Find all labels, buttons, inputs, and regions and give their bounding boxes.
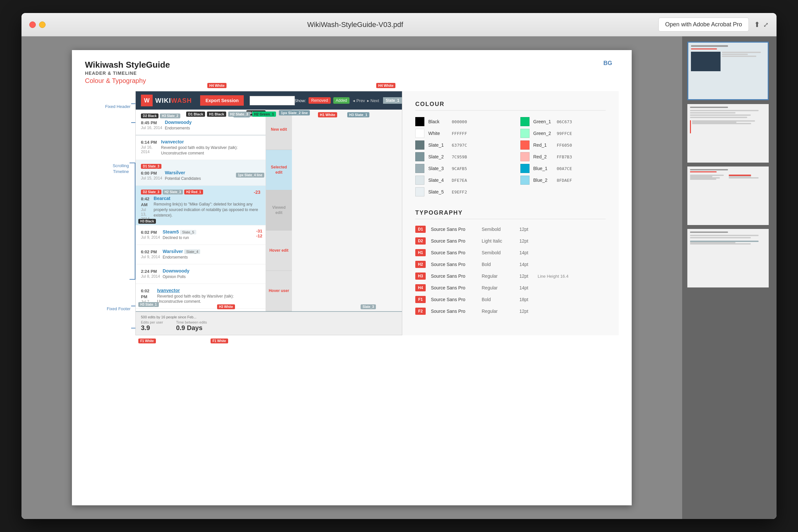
thumb-line — [691, 45, 728, 47]
thumb-line — [690, 107, 728, 108]
selected-edit-item: Selected edit — [266, 150, 292, 190]
item-details: Ivanvector Reverted good faith edits by … — [157, 288, 260, 305]
item-content: 8:42 AM Jul 13, 2014 Bearcat Removing li… — [141, 196, 260, 221]
item-time: 2:24 PM Jul 8, 2014 — [141, 268, 160, 280]
thumb-row — [690, 120, 766, 133]
slate3-footer-tag: Slate_3 — [361, 303, 376, 309]
export-session-button[interactable]: Export Session — [200, 95, 244, 106]
colour-grid: Black 000000 Green_1 06C673 — [415, 117, 606, 196]
typo-badge-h1: H1 — [415, 249, 426, 256]
url-input[interactable]: en.wikipedia.org/wiki/Toronto_mayoral_el… — [250, 96, 295, 106]
item-time: 6:02 PM Jul 9, 2014 — [141, 229, 160, 241]
colour-swatch-slate5 — [415, 187, 424, 196]
h4-white-tag-2: H4 White — [376, 83, 395, 88]
colour-swatch-red1 — [520, 140, 529, 150]
open-with-button[interactable]: Open with Adobe Acrobat Pro — [658, 18, 749, 32]
item-time: 6:14 PM Jul 16, 2014 — [141, 139, 159, 156]
thumb-block — [691, 52, 721, 71]
list-item[interactable]: 2:24 PM Jul 8, 2014 Downwoody Opinion Po… — [136, 264, 266, 284]
item-time: 8:42 AM Jul 13, 2014 — [141, 196, 151, 221]
typo-badge-h3: H3 — [415, 272, 426, 280]
colour-item-green2: Green_2 99FFCE — [520, 129, 606, 138]
titlebar: WikiWash-StyleGuide-V03.pdf Open with Ad… — [21, 13, 777, 36]
f1-white-tag-1: F1 White — [138, 338, 156, 343]
close-button[interactable] — [29, 21, 36, 28]
colour-item-blue1: Blue_1 00A7CE — [520, 164, 606, 173]
sub-header-tags: D1 Black H1 Black H2 Slate_3 H2 Green_1 — [186, 112, 276, 117]
item-details: Warsilver Potential Candidates — [165, 170, 201, 182]
thumb-block-left — [690, 241, 766, 245]
page-section-title: Colour & Typography — [85, 77, 619, 84]
thumb-line — [690, 169, 728, 170]
thumb-line — [690, 231, 728, 233]
thumb-content-3 — [687, 167, 769, 225]
left-annotations: Fixed Header ScrollingTimeline Fixed Foo… — [85, 91, 135, 335]
item-content: 2:24 PM Jul 8, 2014 Downwoody Opinion Po… — [141, 268, 260, 280]
item-badges: D2 Slate_3 H2 Slate_3 H2 Red_1 — [141, 190, 260, 194]
ww-logo: W WIKIWASH — [136, 95, 197, 106]
ww-show-area: Show: Removed Added — [294, 97, 353, 104]
scrolling-timeline-annotation: ScrollingTimeline — [87, 163, 129, 174]
share-button[interactable]: ⬆ — [754, 20, 760, 29]
colour-item-red1: Red_1 FF6050 — [520, 140, 606, 150]
item-time: 6:02 PM Jul 9, 2014 — [141, 249, 160, 260]
item-content: 6:14 PM Jul 16, 2014 Ivanvector Reverted… — [141, 139, 260, 156]
h3-black-tag: H3 Black — [138, 218, 156, 224]
main-content: Wikiwash StyleGuide HEADER & TIMELINE Co… — [21, 36, 777, 519]
typography-heading: TYPOGRAPHY — [415, 209, 606, 219]
ww-header: W WIKIWASH Export Session Slate_3 Slate_… — [136, 91, 402, 110]
thumb-lines — [692, 120, 766, 133]
list-item[interactable]: D2 Slate_3 H2 Slate_3 H2 Red_1 8:42 AM J… — [136, 186, 266, 225]
item-details: Downwoody Opinion Polls — [163, 268, 189, 280]
thumb-line — [692, 123, 751, 124]
url-wrapper: en.wikipedia.org/wiki/Toronto_mayoral_el… — [247, 96, 292, 106]
colour-item-slate5: Slate_5 E9EFF2 — [415, 187, 501, 196]
list-item[interactable]: 6:14 PM Jul 16, 2014 Ivanvector Reverted… — [136, 135, 266, 160]
h3-white-tag-footer: H3 White — [217, 303, 235, 309]
fullscreen-button[interactable]: ⤢ — [763, 21, 769, 28]
colour-swatch-slate4 — [415, 176, 424, 185]
typo-badge-h2: H2 — [415, 261, 426, 268]
pdf-viewer[interactable]: Wikiwash StyleGuide HEADER & TIMELINE Co… — [21, 36, 682, 519]
time-between-edits-stat: Time between edits 0.9 Days — [176, 320, 207, 332]
thumb-line — [690, 237, 751, 239]
typo-row-d2: D2 Source Sans Pro Light Italic 12pt — [415, 238, 606, 245]
thumb-line — [690, 235, 759, 236]
page-title: Wikiwash StyleGuide — [85, 60, 619, 70]
ww-logo-text: WIKIWASH — [155, 97, 192, 104]
thumbnail-3[interactable] — [687, 167, 769, 225]
colour-swatch-slate3 — [415, 164, 424, 173]
h3-slate1-ann: H3 Slate_1 — [138, 301, 159, 307]
thumb-line — [690, 117, 747, 118]
right-content: COLOUR Black 000000 Gree — [402, 91, 619, 335]
ww-timeline: D2 Black H3 Slate_2 8:45 PM Jul 16, 2014 — [136, 110, 402, 311]
list-item[interactable]: 6:02 PM Jul 9, 2014 Warsilver Slate_4 En… — [136, 245, 266, 264]
1px-slate4-tag: 1px Slate_4 line — [236, 172, 264, 177]
viewed-edit-item: Viewed edit — [266, 190, 292, 231]
thumb-col-right — [729, 175, 766, 180]
minimize-button[interactable] — [39, 21, 46, 28]
list-item[interactable]: D1 Slate_3 1px Slate_4 line 6:00 PM — [136, 160, 266, 186]
typo-badge-d2: D2 — [415, 238, 426, 245]
slate1-badge: Slate_1 — [383, 97, 402, 104]
thumb-row — [690, 175, 766, 180]
timeline-list[interactable]: D2 Black H3 Slate_2 8:45 PM Jul 16, 2014 — [136, 110, 266, 311]
list-item[interactable]: 6:02 PM Jul 7 Ivanvector Reverted good f… — [136, 284, 266, 309]
thumbnail-1[interactable] — [687, 42, 769, 100]
thumb-line — [690, 243, 751, 245]
thumbnail-2[interactable] — [687, 104, 769, 163]
prev-button[interactable]: ◂ Prev — [353, 98, 365, 103]
thumbnail-4[interactable] — [687, 229, 769, 287]
colour-swatch-red2 — [520, 152, 529, 161]
thumb-content-4 — [687, 229, 769, 287]
colour-item-slate4: Slate_4 DFE7EA — [415, 176, 501, 185]
colour-heading: COLOUR — [415, 101, 606, 111]
thumbnail-sidebar[interactable] — [682, 36, 777, 519]
colour-item-white: White FFFFFF — [415, 129, 501, 138]
next-button[interactable]: ▸ Next — [367, 98, 379, 103]
colour-item-red2: Red_2 FFB7B3 — [520, 152, 606, 161]
item-badges: D1 Slate_3 — [141, 164, 260, 169]
h4-white-tag-1: H4 White — [207, 83, 226, 88]
colour-swatch-slate1 — [415, 140, 424, 150]
list-item[interactable]: 6:02 PM Jul 9, 2014 Steam5 Slate_5 Decli… — [136, 225, 266, 245]
